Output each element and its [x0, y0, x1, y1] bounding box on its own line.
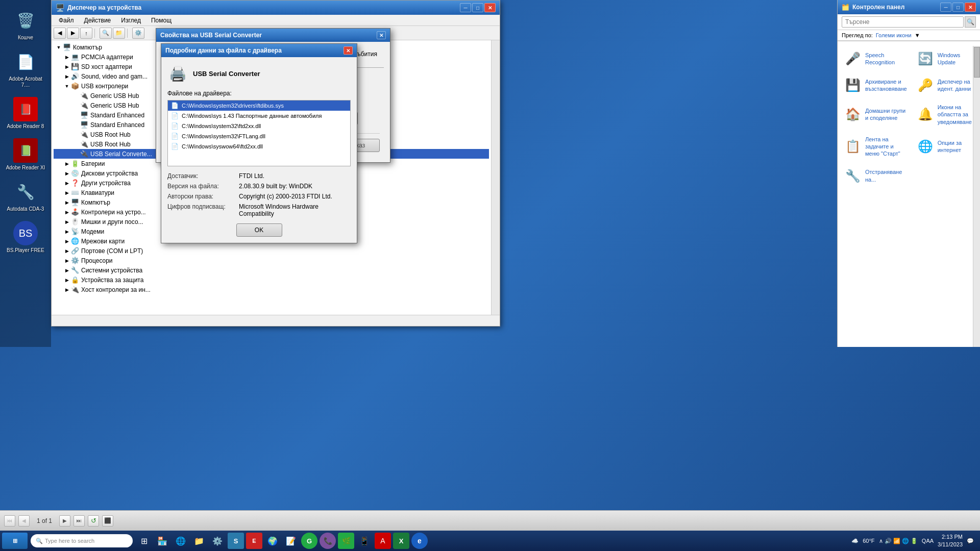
nav-first-button[interactable]: ⏮ [4, 515, 15, 527]
driver-file-4[interactable]: 📄 C:\Windows\syswow64\ftd2xx.dll [168, 141, 350, 152]
tree-processors[interactable]: ▶ ⚙️ Процесори [54, 256, 489, 265]
menu-file[interactable]: Файл [54, 16, 79, 25]
cp-search-button[interactable]: 🔍 [965, 16, 976, 28]
nav-refresh-button[interactable]: ↺ [88, 515, 99, 527]
minimize-button[interactable]: ─ [460, 3, 471, 12]
taskbar-icon-explorer[interactable]: ⊞ [136, 533, 152, 549]
toolbar-up[interactable]: ↑ [80, 28, 92, 39]
taskbar-icon: 📋 [845, 138, 861, 155]
cp-search-input[interactable] [842, 16, 964, 28]
cp-minimize[interactable]: ─ [940, 3, 951, 12]
windows-update-icon: 🔄 [917, 51, 934, 67]
menu-action[interactable]: Действие [79, 16, 116, 25]
cp-titlebar: 🗂️ Контролен панел ─ □ ✕ [838, 0, 980, 14]
menu-view[interactable]: Изглед [116, 16, 146, 25]
taskbar-icon-elos[interactable]: E [246, 533, 262, 549]
view-dropdown-icon[interactable]: ▼ [915, 32, 920, 38]
sidebar-item-adobe8[interactable]: 📕 Adobe Reader 8 [3, 94, 48, 133]
driver-file-1[interactable]: 📄 C:\Windows\sys 1.43 Паспортные данные … [168, 111, 350, 121]
cp-scrollbar[interactable] [973, 46, 980, 347]
dm-scrollbar[interactable] [492, 40, 500, 315]
taskbar-icon-acrobat[interactable]: A [375, 533, 391, 549]
sidebar-item-adobexi[interactable]: 📗 Adobe Reader XI [3, 135, 48, 174]
cp-item-speech[interactable]: 🎤 Speech Recognition [842, 47, 910, 70]
tree-label: Хост контролери за ин... [81, 286, 151, 293]
driver-dialog-close[interactable]: ✕ [344, 46, 353, 55]
cp-item-backup[interactable]: 💾 Архивиране и възстановяване [842, 74, 910, 96]
taskbar-icon-files[interactable]: 📁 [191, 533, 207, 549]
notification-button[interactable]: 💬 [967, 538, 974, 544]
autodata-icon: 🔧 [13, 180, 38, 204]
close-button[interactable]: ✕ [484, 3, 496, 12]
system-tray-icons: ∧ 🔊 📶 🌐 🔋 [879, 538, 918, 544]
maximize-button[interactable]: □ [472, 3, 483, 12]
sidebar-item-label: Adobe Acrobat 7.... [6, 76, 45, 88]
sidebar: 🗑️ Кошче 📄 Adobe Acrobat 7.... 📕 Adobe R… [0, 0, 51, 347]
toolbar-back[interactable]: ◀ [54, 28, 66, 39]
toolbar-search[interactable]: 🔍 [100, 28, 112, 39]
view-mode[interactable]: Големи икони [876, 32, 912, 38]
taskbar-icon-chrome[interactable]: 🌍 [264, 533, 281, 549]
taskbar-icon-s[interactable]: S [228, 533, 244, 549]
taskbar-icon-g[interactable]: G [301, 533, 317, 549]
taskbar-icon-store[interactable]: 🏪 [154, 533, 170, 549]
toolbar-folders[interactable]: 📁 [113, 28, 125, 39]
start-button[interactable]: ⊞ [2, 533, 28, 549]
driver-ok-container: OK [167, 223, 351, 237]
toolbar-separator2 [127, 29, 130, 38]
computer-icon: 🖥️ [63, 43, 71, 51]
cp-scrollbar-thumb[interactable] [974, 47, 980, 78]
sidebar-item-adobe7[interactable]: 📄 Adobe Acrobat 7.... [3, 46, 48, 91]
koshhe-icon: 🗑️ [13, 8, 38, 33]
tree-label: USB Root Hub [90, 131, 131, 138]
tree-ports[interactable]: ▶ 🔗 Портове (COM и LPT) [54, 246, 489, 256]
taskbar-search[interactable]: 🔍 Type here to search [31, 534, 133, 547]
driver-ok-button[interactable]: OK [236, 223, 282, 237]
taskbar-icon-viber[interactable]: 📞 [320, 533, 336, 549]
cp-item-internet[interactable]: 🌐 Опции за интернет [914, 133, 976, 161]
sidebar-item-label: Adobe Reader 8 [7, 123, 44, 130]
cp-search-bar: 🔍 [838, 14, 980, 30]
driver-file-2[interactable]: 📄 C:\Windows\system32\ftd2xx.dll [168, 121, 350, 131]
cp-window-icon: 🗂️ [842, 4, 849, 11]
cp-item-notification[interactable]: 🔔 Икони на областта за уведомяване [914, 101, 976, 129]
taskbar-icon-green2[interactable]: 🌿 [338, 533, 354, 549]
tree-security[interactable]: ▶ 🔒 Устройства за защита [54, 275, 489, 285]
cp-item-credentials[interactable]: 🔑 Диспечер на идент. данни [914, 74, 976, 96]
toolbar-forward[interactable]: ▶ [67, 28, 79, 39]
driver-dialog-title: Подробни данни за файла с драйвера [165, 47, 344, 54]
nav-prev-button[interactable]: ◀ [18, 515, 30, 527]
cp-close[interactable]: ✕ [965, 3, 976, 12]
sidebar-item-autodata[interactable]: 🔧 Autodata CDA-3 [3, 177, 48, 215]
taskbar-icon-edge[interactable]: 🌐 [173, 533, 189, 549]
nav-next-button[interactable]: ▶ [59, 515, 70, 527]
taskbar-icon-ie[interactable]: e [411, 533, 428, 549]
sidebar-item-koshhe[interactable]: 🗑️ Кошче [3, 5, 48, 44]
cp-item-taskbar[interactable]: 📋 Лента на задачите и меню "Старт" [842, 133, 910, 161]
nav-stop-button[interactable]: ⬛ [102, 515, 113, 527]
cp-item-homegroup[interactable]: 🏠 Домашни групи и споделяне [842, 101, 910, 129]
taskbar-clock[interactable]: 2:13 PM 3/11/2023 [938, 533, 963, 549]
driver-content: 🖨️ USB Serial Converter Файлове на драйв… [161, 57, 357, 243]
driver-file-list[interactable]: 📄 C:\Windows\system32\drivers\ftdibus.sy… [167, 100, 351, 166]
tree-system[interactable]: ▶ 🔧 Системни устройства [54, 265, 489, 275]
taskbar-icon-word[interactable]: 📝 [283, 533, 299, 549]
language-indicator: QAA [922, 538, 934, 544]
driver-file-3[interactable]: 📄 C:\Windows\system32\FTLang.dll [168, 131, 350, 141]
cp-item-troubleshoot[interactable]: 🔧 Отстраняване на... [842, 165, 910, 187]
driver-file-0[interactable]: 📄 C:\Windows\system32\drivers\ftdibus.sy… [168, 101, 350, 111]
tree-host-controllers[interactable]: ▶ 🔌 Хост контролери за ин... [54, 285, 489, 294]
dm-titlebar: 🖥️ Диспечер на устройства ─ □ ✕ [52, 1, 500, 15]
tree-label: Контролери на устро... [81, 209, 146, 216]
menu-help[interactable]: Помощ [146, 16, 177, 25]
cp-item-windows-update[interactable]: 🔄 Windows Update [914, 47, 976, 70]
sidebar-item-bsplayer[interactable]: BS BS.Player FREE [3, 218, 48, 257]
cp-maximize[interactable]: □ [952, 3, 964, 12]
usb-dialog-close[interactable]: ✕ [377, 31, 386, 39]
toolbar-properties[interactable]: ⚙️ [132, 28, 144, 39]
taskbar-icon-phone[interactable]: 📱 [356, 533, 373, 549]
nav-last-button[interactable]: ⏭ [74, 515, 85, 527]
taskbar-icon-settings[interactable]: ⚙️ [209, 533, 226, 549]
file-icon: 📄 [171, 112, 179, 119]
taskbar-icon-excel[interactable]: X [393, 533, 409, 549]
